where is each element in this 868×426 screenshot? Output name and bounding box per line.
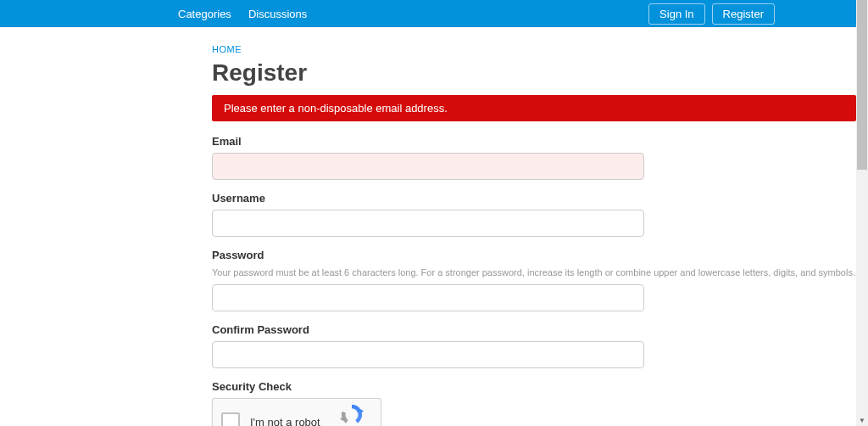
security-label: Security Check: [212, 380, 856, 393]
email-label: Email: [212, 135, 856, 148]
breadcrumb-home[interactable]: HOME: [212, 44, 242, 54]
email-field[interactable]: [212, 153, 644, 180]
signin-button[interactable]: Sign In: [648, 3, 704, 25]
topbar: Categories Discussions Sign In Register: [0, 0, 868, 27]
nav-categories[interactable]: Categories: [178, 8, 231, 20]
topbar-left-nav: Categories Discussions: [178, 8, 307, 20]
confirm-password-group: Confirm Password: [212, 323, 856, 368]
recaptcha-widget: I'm not a robot reCAPTCHA Privacy - Term…: [212, 398, 381, 426]
main-content: HOME Register Please enter a non-disposa…: [212, 27, 856, 426]
password-label: Password: [212, 249, 856, 261]
register-button[interactable]: Register: [712, 3, 775, 25]
security-group: Security Check I'm not a robot reCAPTCHA…: [212, 380, 856, 426]
recaptcha-brand: reCAPTCHA Privacy - Terms: [331, 403, 372, 426]
password-field[interactable]: [212, 284, 644, 311]
topbar-right-nav: Sign In Register: [648, 3, 775, 25]
confirm-password-label: Confirm Password: [212, 323, 856, 336]
password-help: Your password must be at least 6 charact…: [212, 266, 856, 279]
nav-discussions[interactable]: Discussions: [248, 8, 307, 20]
username-group: Username: [212, 192, 856, 237]
page-title: Register: [212, 59, 856, 87]
confirm-password-field[interactable]: [212, 341, 644, 368]
username-field[interactable]: [212, 210, 644, 237]
username-label: Username: [212, 192, 856, 205]
recaptcha-logo-icon: [340, 403, 364, 426]
scrollbar[interactable]: ▲ ▼: [856, 0, 868, 426]
recaptcha-checkbox[interactable]: [221, 412, 240, 426]
email-group: Email: [212, 135, 856, 180]
scrollbar-thumb[interactable]: [857, 0, 867, 170]
error-alert: Please enter a non-disposable email addr…: [212, 95, 856, 121]
recaptcha-label: I'm not a robot: [250, 416, 331, 426]
scrollbar-down-icon[interactable]: ▼: [856, 414, 868, 426]
breadcrumb: HOME: [212, 44, 856, 54]
password-group: Password Your password must be at least …: [212, 249, 856, 311]
